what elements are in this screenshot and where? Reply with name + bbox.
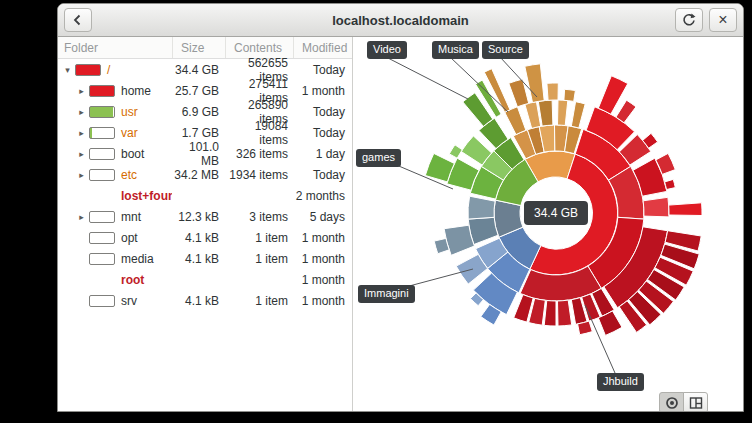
folder-name: boot xyxy=(121,147,144,161)
sunburst-segment[interactable] xyxy=(434,238,449,253)
sunburst-segment[interactable] xyxy=(525,102,541,129)
contents-cell: 3 items xyxy=(225,210,293,224)
contents-cell: 1 item xyxy=(225,252,293,266)
refresh-button[interactable] xyxy=(675,8,703,32)
modified-cell: 2 months xyxy=(293,189,352,203)
treemap-view-button[interactable] xyxy=(683,392,708,411)
size-cell: 4.1 kB xyxy=(172,252,225,266)
chart-label-source: Source xyxy=(482,41,529,59)
contents-cell: 326 items xyxy=(225,147,293,161)
table-row[interactable]: srv 4.1 kB 1 item 1 month xyxy=(58,290,352,311)
table-row[interactable]: root 1 month xyxy=(58,269,352,290)
expander-icon[interactable]: ▾ xyxy=(60,65,75,75)
folder-name: lost+found xyxy=(121,189,172,203)
sunburst-segment[interactable] xyxy=(643,197,669,217)
table-row[interactable]: ▾ / 34.4 GB 562655 items Today xyxy=(58,59,352,80)
usage-swatch xyxy=(89,85,115,97)
name-cell: ▸ mnt xyxy=(58,210,172,224)
name-cell: lost+found xyxy=(58,189,172,203)
sunburst-segment[interactable] xyxy=(669,203,702,216)
treemap-chart-icon xyxy=(689,396,703,410)
close-icon: × xyxy=(718,11,727,29)
folder-tree-panel: Folder Size Contents Modified ▾ / 34.4 G… xyxy=(58,37,353,411)
expander-icon[interactable]: ▸ xyxy=(74,212,89,222)
expander-icon[interactable]: ▸ xyxy=(74,170,89,180)
name-cell: ▸ var xyxy=(58,126,172,140)
chart-label-video: Video xyxy=(367,41,407,59)
sunburst-segment[interactable] xyxy=(444,225,474,255)
sunburst-segment[interactable] xyxy=(509,79,529,107)
table-row[interactable]: media 4.1 kB 1 item 1 month xyxy=(58,248,352,269)
usage-swatch xyxy=(89,148,115,160)
table-header: Folder Size Contents Modified xyxy=(58,37,352,59)
name-cell: ▸ home xyxy=(58,84,172,98)
sunburst-segment[interactable] xyxy=(578,321,593,335)
chart-label-games: games xyxy=(356,149,401,167)
back-button[interactable] xyxy=(64,8,92,32)
expander-icon[interactable]: ▸ xyxy=(74,86,89,96)
window-title: localhost.localdomain xyxy=(58,13,743,28)
size-cell: 12.3 kB xyxy=(172,210,225,224)
table-row[interactable]: ▸ boot 101.0 MB 326 items 1 day xyxy=(58,143,352,164)
modified-cell: 1 month xyxy=(293,294,352,308)
sunburst-segment[interactable] xyxy=(665,179,676,189)
table-row[interactable]: ▸ etc 34.2 MB 1934 items Today xyxy=(58,164,352,185)
usage-swatch xyxy=(89,127,115,139)
sunburst-segment[interactable] xyxy=(544,301,556,327)
column-header-size[interactable]: Size xyxy=(172,37,225,58)
size-cell: 34.2 MB xyxy=(172,168,225,182)
screen: localhost.localdomain × Folder Size xyxy=(0,0,752,423)
modified-cell: 1 month xyxy=(293,252,352,266)
contents-cell: 1934 items xyxy=(225,168,293,182)
usage-swatch xyxy=(89,211,115,223)
modified-cell: Today xyxy=(293,168,352,182)
table-row[interactable]: lost+found 2 months xyxy=(58,185,352,206)
name-cell: ▸ boot xyxy=(58,147,172,161)
contents-cell: 1 item xyxy=(225,231,293,245)
modified-cell: 5 days xyxy=(293,210,352,224)
sunburst-segment[interactable] xyxy=(564,89,576,101)
sunburst-segment[interactable] xyxy=(571,102,585,128)
table-row[interactable]: ▸ mnt 12.3 kB 3 items 5 days xyxy=(58,206,352,227)
table-row[interactable]: ▸ usr 6.9 GB 265890 items Today xyxy=(58,101,352,122)
name-cell: media xyxy=(58,252,172,266)
view-switch xyxy=(659,392,708,411)
table-row[interactable]: ▸ home 25.7 GB 275411 items 1 month xyxy=(58,80,352,101)
chart-panel: 34.4 GB xyxy=(353,37,743,411)
name-cell: opt xyxy=(58,231,172,245)
folder-name: etc xyxy=(121,168,137,182)
expander-icon[interactable]: ▸ xyxy=(74,128,89,138)
usage-swatch xyxy=(89,232,115,244)
column-header-modified[interactable]: Modified xyxy=(293,37,352,58)
folder-name: usr xyxy=(121,105,138,119)
folder-name: / xyxy=(107,63,110,77)
name-cell: srv xyxy=(58,294,172,308)
rings-view-button[interactable] xyxy=(659,392,684,411)
sunburst-segment[interactable] xyxy=(558,100,568,126)
size-cell: 1.7 GB xyxy=(172,126,225,140)
table-row[interactable]: opt 4.1 kB 1 item 1 month xyxy=(58,227,352,248)
sunburst-segment[interactable] xyxy=(547,83,558,100)
chart-label-immagini: Immagini xyxy=(358,285,415,303)
sunburst-segment[interactable] xyxy=(468,196,495,219)
folder-name: var xyxy=(121,126,138,140)
folder-table-body: ▾ / 34.4 GB 562655 items Today ▸ home 25… xyxy=(58,59,352,311)
chevron-left-icon xyxy=(70,12,86,28)
label-leader-line xyxy=(386,57,468,99)
sunburst-segment[interactable] xyxy=(616,100,636,123)
name-cell: ▾ / xyxy=(58,63,172,77)
column-header-folder[interactable]: Folder xyxy=(58,37,172,58)
folder-name: srv xyxy=(121,294,137,308)
sunburst-segment[interactable] xyxy=(525,64,544,103)
modified-cell: Today xyxy=(293,126,352,140)
close-button[interactable]: × xyxy=(709,8,737,32)
size-cell: 4.1 kB xyxy=(172,294,225,308)
expander-icon[interactable]: ▸ xyxy=(74,107,89,117)
modified-cell: 1 month xyxy=(293,231,352,245)
expander-icon[interactable]: ▸ xyxy=(74,149,89,159)
sunburst-segment[interactable] xyxy=(558,300,572,326)
chart-total-size-badge: 34.4 GB xyxy=(524,201,588,225)
name-cell: ▸ etc xyxy=(58,168,172,182)
contents-cell: 19084 items xyxy=(225,119,293,147)
sunburst-segment[interactable] xyxy=(449,145,462,158)
